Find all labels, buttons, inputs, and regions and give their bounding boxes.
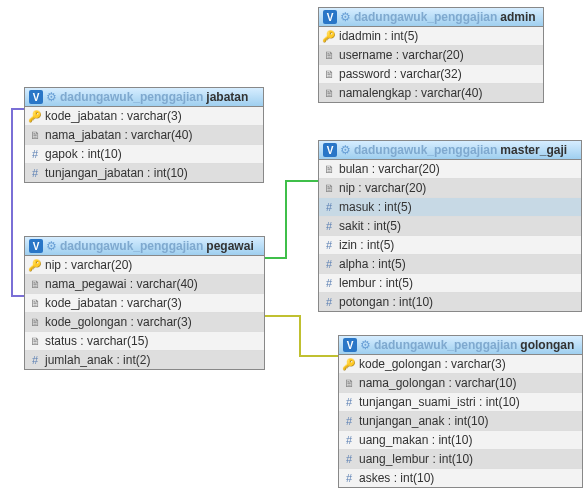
table-name: pegawai	[206, 239, 253, 253]
primary-key-icon: 🔑	[29, 259, 41, 272]
table-master-gaji[interactable]: V ⚙ dadungawuk_penggajian master_gaji 🗎b…	[318, 140, 582, 312]
primary-key-icon: 🔑	[29, 110, 41, 123]
schema-name: dadungawuk_penggajian	[374, 338, 517, 352]
column-row[interactable]: 🗎kode_jabatan : varchar(3)	[25, 294, 264, 313]
column-label: tunjangan_jabatan : int(10)	[45, 166, 188, 180]
column-label: password : varchar(32)	[339, 67, 462, 81]
number-icon: #	[323, 277, 335, 289]
column-row[interactable]: 🗎status : varchar(15)	[25, 332, 264, 351]
primary-key-icon: 🔑	[343, 358, 355, 371]
text-column-icon: 🗎	[29, 129, 41, 141]
er-diagram: V ⚙ dadungawuk_penggajian admin 🔑idadmin…	[0, 0, 584, 500]
column-row[interactable]: 🗎namalengkap : varchar(40)	[319, 84, 543, 102]
number-icon: #	[323, 220, 335, 232]
table-name: jabatan	[206, 90, 248, 104]
column-row[interactable]: #uang_makan : int(10)	[339, 431, 582, 450]
number-icon: #	[343, 396, 355, 408]
table-pegawai[interactable]: V ⚙ dadungawuk_penggajian pegawai 🔑nip :…	[24, 236, 265, 370]
column-row[interactable]: 🗎nip : varchar(20)	[319, 179, 581, 198]
text-column-icon: 🗎	[323, 182, 335, 194]
column-label: potongan : int(10)	[339, 295, 433, 309]
number-icon: #	[343, 415, 355, 427]
column-label: gapok : int(10)	[45, 147, 122, 161]
table-admin[interactable]: V ⚙ dadungawuk_penggajian admin 🔑idadmin…	[318, 7, 544, 103]
column-row[interactable]: #tunjangan_jabatan : int(10)	[25, 164, 263, 182]
column-row[interactable]: 🗎nama_pegawai : varchar(40)	[25, 275, 264, 294]
column-row[interactable]: #jumlah_anak : int(2)	[25, 351, 264, 369]
schema-name: dadungawuk_penggajian	[60, 239, 203, 253]
number-icon: #	[323, 296, 335, 308]
column-row[interactable]: #lembur : int(5)	[319, 274, 581, 293]
column-row[interactable]: 🗎nama_jabatan : varchar(40)	[25, 126, 263, 145]
gear-icon[interactable]: ⚙	[340, 10, 351, 24]
column-label: tunjangan_suami_istri : int(10)	[359, 395, 520, 409]
column-row[interactable]: 🗎bulan : varchar(20)	[319, 160, 581, 179]
gear-icon[interactable]: ⚙	[360, 338, 371, 352]
table-header[interactable]: V ⚙ dadungawuk_penggajian golongan	[339, 336, 582, 355]
schema-name: dadungawuk_penggajian	[354, 143, 497, 157]
view-badge-icon: V	[323, 143, 337, 157]
column-row[interactable]: #sakit : int(5)	[319, 217, 581, 236]
column-row[interactable]: 🔑kode_golongan : varchar(3)	[339, 355, 582, 374]
column-row[interactable]: #alpha : int(5)	[319, 255, 581, 274]
table-header[interactable]: V ⚙ dadungawuk_penggajian pegawai	[25, 237, 264, 256]
text-column-icon: 🗎	[323, 87, 335, 99]
column-label: nama_jabatan : varchar(40)	[45, 128, 192, 142]
view-badge-icon: V	[29, 239, 43, 253]
column-label: alpha : int(5)	[339, 257, 406, 271]
column-row[interactable]: 🗎username : varchar(20)	[319, 46, 543, 65]
column-label: username : varchar(20)	[339, 48, 464, 62]
column-row[interactable]: #tunjangan_suami_istri : int(10)	[339, 393, 582, 412]
column-row[interactable]: 🔑nip : varchar(20)	[25, 256, 264, 275]
column-row[interactable]: #uang_lembur : int(10)	[339, 450, 582, 469]
table-header[interactable]: V ⚙ dadungawuk_penggajian admin	[319, 8, 543, 27]
column-label: izin : int(5)	[339, 238, 394, 252]
column-label: uang_lembur : int(10)	[359, 452, 473, 466]
gear-icon[interactable]: ⚙	[46, 239, 57, 253]
text-column-icon: 🗎	[323, 49, 335, 61]
column-row[interactable]: 🗎kode_golongan : varchar(3)	[25, 313, 264, 332]
table-name: golongan	[520, 338, 574, 352]
gear-icon[interactable]: ⚙	[340, 143, 351, 157]
column-row[interactable]: #gapok : int(10)	[25, 145, 263, 164]
primary-key-icon: 🔑	[323, 30, 335, 43]
column-row[interactable]: #tunjangan_anak : int(10)	[339, 412, 582, 431]
column-label: sakit : int(5)	[339, 219, 401, 233]
table-name: master_gaji	[500, 143, 567, 157]
view-badge-icon: V	[343, 338, 357, 352]
column-row[interactable]: 🗎nama_golongan : varchar(10)	[339, 374, 582, 393]
column-label: idadmin : int(5)	[339, 29, 418, 43]
column-row[interactable]: 🗎password : varchar(32)	[319, 65, 543, 84]
column-label: nip : varchar(20)	[45, 258, 132, 272]
table-jabatan[interactable]: V ⚙ dadungawuk_penggajian jabatan 🔑kode_…	[24, 87, 264, 183]
table-header[interactable]: V ⚙ dadungawuk_penggajian master_gaji	[319, 141, 581, 160]
text-column-icon: 🗎	[29, 297, 41, 309]
column-row[interactable]: #masuk : int(5)	[319, 198, 581, 217]
column-label: namalengkap : varchar(40)	[339, 86, 482, 100]
table-header[interactable]: V ⚙ dadungawuk_penggajian jabatan	[25, 88, 263, 107]
column-label: nama_golongan : varchar(10)	[359, 376, 516, 390]
column-row[interactable]: #askes : int(10)	[339, 469, 582, 487]
column-label: status : varchar(15)	[45, 334, 148, 348]
column-row[interactable]: #izin : int(5)	[319, 236, 581, 255]
number-icon: #	[29, 148, 41, 160]
column-row[interactable]: 🔑idadmin : int(5)	[319, 27, 543, 46]
schema-name: dadungawuk_penggajian	[60, 90, 203, 104]
table-name: admin	[500, 10, 535, 24]
view-badge-icon: V	[29, 90, 43, 104]
gear-icon[interactable]: ⚙	[46, 90, 57, 104]
column-label: askes : int(10)	[359, 471, 434, 485]
column-label: bulan : varchar(20)	[339, 162, 440, 176]
column-label: jumlah_anak : int(2)	[45, 353, 150, 367]
view-badge-icon: V	[323, 10, 337, 24]
table-golongan[interactable]: V ⚙ dadungawuk_penggajian golongan 🔑kode…	[338, 335, 583, 488]
column-row[interactable]: 🔑kode_jabatan : varchar(3)	[25, 107, 263, 126]
column-label: uang_makan : int(10)	[359, 433, 472, 447]
schema-name: dadungawuk_penggajian	[354, 10, 497, 24]
number-icon: #	[343, 453, 355, 465]
column-row[interactable]: #potongan : int(10)	[319, 293, 581, 311]
number-icon: #	[29, 354, 41, 366]
text-column-icon: 🗎	[323, 163, 335, 175]
number-icon: #	[323, 239, 335, 251]
number-icon: #	[323, 258, 335, 270]
